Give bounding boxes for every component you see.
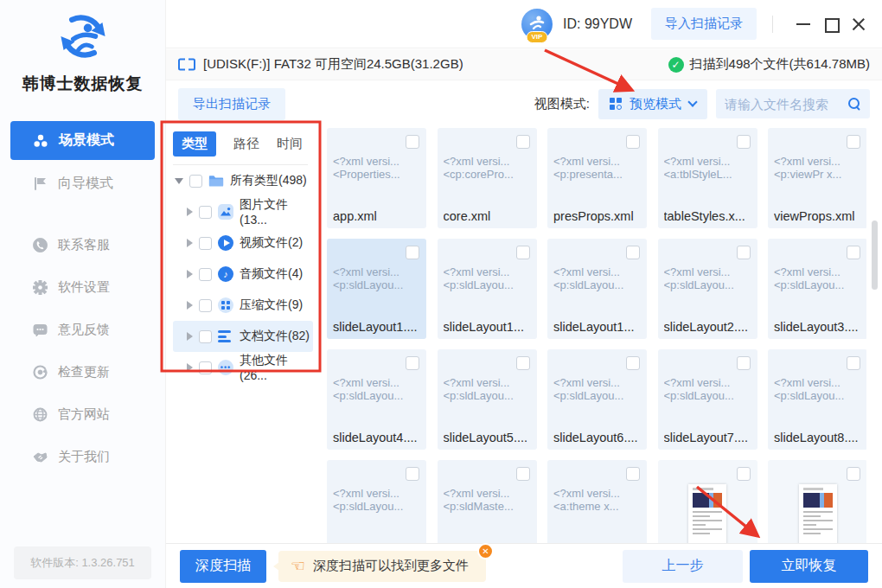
caret-right-icon[interactable]	[187, 332, 193, 341]
file-card[interactable]: <?xml versi...<p:sldLayou...slideLayout1…	[438, 239, 537, 339]
tab-type[interactable]: 类型	[173, 131, 216, 157]
file-card[interactable]: <?xml versi...<p:sldLayou...slideLayout4…	[327, 349, 426, 450]
close-button[interactable]	[849, 15, 868, 34]
maximize-button[interactable]	[821, 15, 840, 34]
folder-icon	[208, 173, 224, 189]
file-checkbox[interactable]	[847, 356, 860, 370]
file-checkbox[interactable]	[626, 246, 640, 259]
file-checkbox[interactable]	[737, 135, 751, 149]
tree-item-audio-files[interactable]: 音频文件(4)	[173, 259, 313, 290]
file-preview-line: <?xml versi...	[333, 265, 420, 278]
tree-checkbox[interactable]	[199, 361, 212, 374]
tree-checkbox[interactable]	[199, 330, 212, 343]
tree-item-image-files[interactable]: 图片文件(13...	[173, 196, 313, 227]
file-preview-line: <p:presenta...	[553, 168, 641, 181]
caret-right-icon[interactable]	[187, 301, 193, 310]
file-card[interactable]	[658, 460, 757, 543]
file-card[interactable]: <?xml versi...<cp:corePro...core.xml	[438, 128, 537, 228]
tree-item-all-types[interactable]: 所有类型(498)	[173, 165, 313, 196]
deep-scan-tip: 深度扫描可以找到更多文件	[278, 551, 486, 582]
tree-item-other-files[interactable]: 其他文件(26...	[173, 352, 313, 383]
file-checkbox[interactable]	[626, 135, 640, 149]
tree-checkbox[interactable]	[199, 237, 212, 250]
file-checkbox[interactable]	[737, 356, 751, 370]
user-avatar[interactable]: VIP	[521, 9, 553, 40]
file-preview-line: <?xml versi...	[774, 265, 861, 278]
caret-right-icon[interactable]	[187, 363, 193, 372]
file-card[interactable]: <?xml versi...<a:theme x...	[547, 460, 647, 543]
file-checkbox[interactable]	[847, 467, 860, 481]
file-card[interactable]: <?xml versi...<p:sldLayou...slideLayout5…	[438, 349, 537, 450]
file-checkbox[interactable]	[516, 246, 530, 259]
file-checkbox[interactable]	[737, 467, 751, 481]
sidebar-item-check-update[interactable]: 检查更新	[0, 351, 165, 393]
file-card[interactable]: <?xml versi...<p:sldMaste...	[438, 460, 537, 543]
view-mode-dropdown[interactable]: 预览模式	[598, 89, 707, 119]
sidebar-item-settings[interactable]: 软件设置	[0, 266, 165, 309]
file-name: presProps.xml	[553, 209, 643, 223]
file-preview-line: <p:viewPr x...	[774, 168, 861, 181]
tip-close-icon[interactable]	[477, 543, 494, 559]
file-preview-line: <p:sldLayou...	[333, 278, 420, 291]
file-checkbox[interactable]	[516, 467, 530, 481]
file-card[interactable]: <?xml versi...<p:sldLayou...slideLayout2…	[658, 239, 757, 339]
file-card[interactable]: <?xml versi...<p:sldLayou...slideLayout1…	[547, 239, 647, 339]
deep-scan-button[interactable]: 深度扫描	[180, 550, 266, 583]
tree-checkbox[interactable]	[199, 299, 212, 312]
file-checkbox[interactable]	[406, 467, 419, 481]
file-card[interactable]: <?xml versi...<a:tblStyleL...tableStyles…	[658, 128, 757, 228]
main-nav: 场景模式 向导模式	[10, 121, 155, 203]
file-checkbox[interactable]	[406, 356, 419, 370]
recover-now-button[interactable]: 立即恢复	[750, 550, 868, 583]
grid-scrollbar[interactable]	[872, 220, 878, 290]
file-checkbox[interactable]	[847, 246, 860, 259]
caret-right-icon[interactable]	[187, 239, 193, 247]
tree-item-archive-files[interactable]: 压缩文件(9)	[173, 290, 313, 321]
tab-path[interactable]: 路径	[233, 136, 259, 152]
tree-item-document-files[interactable]: 文档文件(82)	[173, 321, 313, 352]
file-card[interactable]: <?xml versi...<p:sldLayou...slideLayout7…	[658, 349, 757, 450]
minimize-button[interactable]	[794, 15, 813, 34]
tab-time[interactable]: 时间	[277, 136, 303, 152]
tree-item-label: 其他文件(26...	[240, 353, 313, 382]
search-input[interactable]	[725, 97, 847, 112]
tree-checkbox[interactable]	[199, 268, 212, 281]
caret-down-icon[interactable]	[175, 178, 183, 184]
file-card[interactable]: <?xml versi...<p:sldLayou...slideLayout6…	[547, 349, 647, 450]
tree-item-video-files[interactable]: 视频文件(2)	[173, 227, 313, 259]
file-card[interactable]: <?xml versi...<p:presenta...presProps.xm…	[547, 128, 647, 228]
search-icon[interactable]	[847, 97, 861, 111]
phone-icon	[33, 238, 48, 252]
sidebar-item-wizard-mode[interactable]: 向导模式	[10, 164, 155, 203]
file-checkbox[interactable]	[516, 356, 530, 370]
file-card-selected[interactable]: <?xml versi...<p:sldLayou...slideLayout1…	[327, 239, 426, 339]
file-card[interactable]: <?xml versi...<p:sldLayou...slideLayout3…	[768, 239, 866, 339]
file-card[interactable]: <?xml versi...<p:viewPr x...viewProps.xm…	[768, 128, 866, 228]
file-card[interactable]: <?xml versi...<Properties...app.xml	[327, 128, 426, 228]
sidebar-item-feedback[interactable]: 意见反馈	[0, 309, 165, 351]
file-checkbox[interactable]	[406, 246, 419, 259]
file-card[interactable]: <?xml versi...<p:sldLayou...	[327, 460, 426, 543]
app-logo: 韩博士数据恢复	[0, 0, 165, 95]
archive-file-icon	[218, 297, 233, 313]
import-scan-record-button[interactable]: 导入扫描记录	[651, 8, 757, 40]
file-checkbox[interactable]	[516, 135, 530, 149]
caret-right-icon[interactable]	[187, 208, 193, 216]
file-checkbox[interactable]	[847, 135, 860, 149]
file-card[interactable]	[768, 460, 866, 543]
tree-checkbox[interactable]	[189, 175, 202, 188]
previous-step-button[interactable]: 上一步	[623, 550, 743, 583]
sidebar-item-about-us[interactable]: 关于我们	[0, 436, 165, 478]
file-checkbox[interactable]	[626, 467, 640, 481]
export-scan-record-button[interactable]: 导出扫描记录	[178, 88, 285, 120]
file-checkbox[interactable]	[406, 135, 419, 149]
caret-right-icon[interactable]	[187, 270, 193, 278]
file-preview-line: <p:sldLayou...	[774, 389, 861, 402]
file-checkbox[interactable]	[626, 356, 640, 370]
sidebar-item-scene-mode[interactable]: 场景模式	[10, 121, 155, 160]
sidebar-item-contact-support[interactable]: 联系客服	[0, 224, 165, 266]
sidebar-item-official-site[interactable]: 官方网站	[0, 393, 165, 436]
file-card[interactable]: <?xml versi...<p:sldLayou...slideLayout8…	[768, 349, 866, 450]
file-checkbox[interactable]	[737, 246, 751, 259]
tree-checkbox[interactable]	[199, 206, 212, 219]
